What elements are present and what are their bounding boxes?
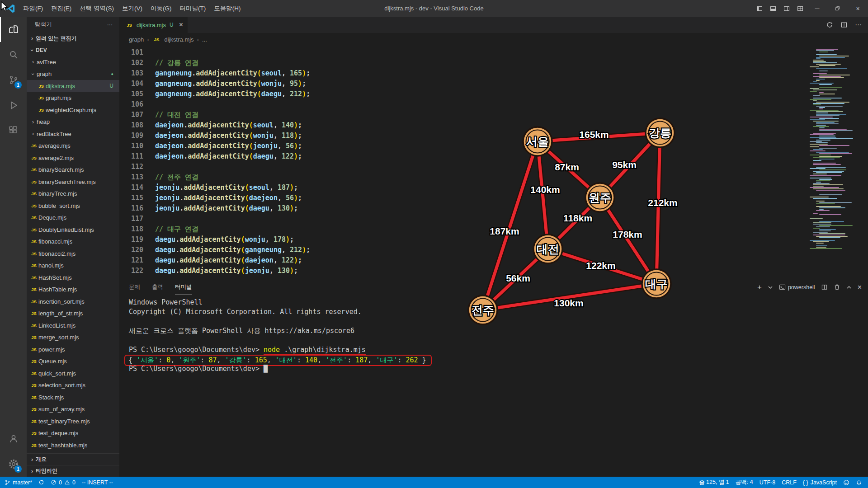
tree-file-merge_sort.mjs[interactable]: JSmerge_sort.mjs — [27, 332, 119, 344]
tree-file-Deque.mjs[interactable]: JSDeque.mjs — [27, 212, 119, 224]
tree-file-graph.mjs[interactable]: JSgraph.mjs — [27, 92, 119, 104]
tree-file-test_binaryTree.mjs[interactable]: JStest_binaryTree.mjs — [27, 415, 119, 427]
code-line-105[interactable]: gangneung.addAdjacentCity(daegu, 212); — [155, 89, 310, 99]
terminal-dropdown-icon[interactable] — [768, 285, 773, 290]
notifications-item[interactable] — [853, 477, 865, 488]
code-line-112[interactable] — [155, 162, 310, 172]
feedback-item[interactable] — [840, 477, 853, 488]
code-line-107[interactable]: // 대전 연결 — [155, 110, 310, 120]
code-line-114[interactable]: jeonju.addAdjacentCity(seoul, 187); — [155, 183, 310, 193]
open-editors-section[interactable]: › 열려 있는 편집기 — [27, 33, 119, 44]
tab-dijkstra[interactable]: JS dijkstra.mjs U × — [119, 17, 188, 33]
code-line-102[interactable]: // 강릉 연결 — [155, 58, 310, 68]
tree-folder-redBlackTree[interactable]: ›redBlackTree — [27, 128, 119, 140]
tree-file-DoublyLinkedList.mjs[interactable]: JSDoublyLinkedList.mjs — [27, 224, 119, 236]
tree-file-HashTable.mjs[interactable]: JSHashTable.mjs — [27, 284, 119, 296]
account-icon[interactable] — [0, 426, 27, 451]
maximize-panel-icon[interactable] — [846, 285, 852, 290]
indentation-item[interactable]: 공백: 4 — [732, 477, 756, 488]
code-line-103[interactable]: gangneung.addAdjacentCity(seoul, 165); — [155, 68, 310, 79]
tree-file-bubble_sort.mjs[interactable]: JSbubble_sort.mjs — [27, 200, 119, 212]
tree-file-fibonacci.mjs[interactable]: JSfibonacci.mjs — [27, 236, 119, 248]
code-line-118[interactable]: // 대구 연결 — [155, 224, 310, 235]
customize-layout-icon[interactable] — [793, 0, 807, 17]
tab-close-icon[interactable]: × — [179, 21, 183, 28]
language-mode-item[interactable]: { }JavaScript — [800, 477, 840, 488]
tree-file-dijkstra.mjs[interactable]: JSdijkstra.mjsU — [27, 80, 119, 92]
close-panel-icon[interactable]: × — [858, 283, 862, 291]
terminal-output[interactable]: Windows PowerShellCopyright (C) Microsof… — [119, 295, 868, 477]
workspace-root-section[interactable]: › DEV — [27, 44, 119, 56]
tree-file-insertion_sort.mjs[interactable]: JSinsertion_sort.mjs — [27, 296, 119, 308]
code-line-104[interactable]: gangneung.addAdjacentCity(wonju, 95); — [155, 79, 310, 89]
menu-edit[interactable]: 편집(E) — [47, 0, 75, 17]
views-more-actions-icon[interactable]: ⋯ — [107, 21, 113, 28]
timeline-section[interactable]: › 타임라인 — [27, 465, 119, 477]
close-window-button[interactable]: × — [848, 0, 868, 17]
tree-file-Stack.mjs[interactable]: JSStack.mjs — [27, 391, 119, 404]
tree-file-weightedGraph.mjs[interactable]: JSweightedGraph.mjs — [27, 104, 119, 116]
tree-folder-avlTree[interactable]: ›avlTree — [27, 56, 119, 68]
code-line-121[interactable]: daegu.addAdjacentCity(daejeon, 122); — [155, 255, 310, 266]
tree-file-binarySearch.mjs[interactable]: JSbinarySearch.mjs — [27, 164, 119, 176]
tree-file-average2.mjs[interactable]: JSaverage2.mjs — [27, 152, 119, 164]
tree-folder-graph[interactable]: ›graph● — [27, 68, 119, 80]
tree-file-test_deque.mjs[interactable]: JStest_deque.mjs — [27, 427, 119, 440]
tree-file-hanoi.mjs[interactable]: JShanoi.mjs — [27, 260, 119, 272]
source-control-icon[interactable]: 1 — [0, 67, 27, 93]
code-line-122[interactable]: daegu.addAdjacentCity(jeonju, 130); — [155, 266, 310, 276]
code-line-113[interactable]: // 전주 연결 — [155, 172, 310, 183]
tree-file-length_of_str.mjs[interactable]: JSlength_of_str.mjs — [27, 308, 119, 320]
tree-file-HashSet.mjs[interactable]: JSHashSet.mjs — [27, 272, 119, 284]
tab-terminal[interactable]: 터미널 — [175, 279, 192, 295]
menu-go[interactable]: 이동(G) — [146, 0, 176, 17]
code-line-116[interactable]: jeonju.addAdjacentCity(daegu, 130); — [155, 203, 310, 214]
tree-file-sum_of_array.mjs[interactable]: JSsum_of_array.mjs — [27, 404, 119, 416]
toggle-panel-icon[interactable] — [766, 0, 780, 17]
restore-button[interactable] — [827, 0, 848, 17]
tree-file-average.mjs[interactable]: JSaverage.mjs — [27, 140, 119, 152]
menu-help[interactable]: 도움말(H) — [210, 0, 245, 17]
run-debug-icon[interactable] — [0, 93, 27, 118]
terminal-instance[interactable]: powershell — [779, 284, 815, 291]
cursor-position-item[interactable]: 줄 125, 열 1 — [694, 477, 732, 488]
tree-file-Queue.mjs[interactable]: JSQueue.mjs — [27, 356, 119, 368]
code-line-109[interactable]: daejeon.addAdjacentCity(wonju, 118); — [155, 131, 310, 141]
tree-file-LinkedList.mjs[interactable]: JSLinkedList.mjs — [27, 319, 119, 332]
kill-terminal-icon[interactable] — [834, 284, 840, 291]
tree-file-binarySearchTree.mjs[interactable]: JSbinarySearchTree.mjs — [27, 176, 119, 188]
settings-gear-icon[interactable]: 1 — [0, 451, 27, 477]
split-editor-icon[interactable] — [840, 21, 848, 28]
tree-file-selection_sort.mjs[interactable]: JSselection_sort.mjs — [27, 380, 119, 392]
tree-folder-heap[interactable]: ›heap — [27, 116, 119, 128]
menu-selection[interactable]: 선택 영역(S) — [75, 0, 118, 17]
sync-changes-item[interactable] — [35, 477, 47, 488]
minimap[interactable] — [809, 47, 855, 255]
outline-section[interactable]: › 개요 — [27, 453, 119, 465]
code-line-120[interactable]: daegu.addAdjacentCity(gangneung, 212); — [155, 245, 310, 255]
git-branch-item[interactable]: master* — [0, 477, 35, 488]
new-terminal-icon[interactable]: + — [757, 283, 762, 292]
code-line-108[interactable]: daejeon.addAdjacentCity(seoul, 140); — [155, 120, 310, 131]
breadcrumb-symbol[interactable]: ... — [202, 36, 207, 43]
tree-file-quick_sort.mjs[interactable]: JSquick_sort.mjs — [27, 367, 119, 380]
tree-file-binaryTree.mjs[interactable]: JSbinaryTree.mjs — [27, 188, 119, 200]
code-line-117[interactable] — [155, 214, 310, 224]
tree-file-fibonacci2.mjs[interactable]: JSfibonacci2.mjs — [27, 248, 119, 260]
tree-file-power.mjs[interactable]: JSpower.mjs — [27, 343, 119, 356]
extensions-icon[interactable] — [0, 118, 27, 143]
code-line-111[interactable]: daejeon.addAdjacentCity(daegu, 122); — [155, 151, 310, 162]
minimize-button[interactable]: ─ — [807, 0, 827, 17]
code-editor[interactable]: 1011021031041051061071081091101111121131… — [119, 46, 868, 279]
menu-view[interactable]: 보기(V) — [118, 0, 146, 17]
explorer-icon[interactable] — [0, 17, 27, 42]
code-line-119[interactable]: daegu.addAdjacentCity(wonju, 178); — [155, 235, 310, 245]
tree-file-test_hashtable.mjs[interactable]: JStest_hashtable.mjs — [27, 439, 119, 451]
problems-item[interactable]: 0 0 — [47, 477, 79, 488]
menu-file[interactable]: 파일(F) — [19, 0, 47, 17]
sync-icon[interactable] — [826, 21, 833, 28]
tab-problems[interactable]: 문제 — [129, 279, 140, 295]
code-line-115[interactable]: jeonju.addAdjacentCity(daejeon, 56); — [155, 193, 310, 203]
more-actions-icon[interactable]: ⋯ — [855, 21, 862, 29]
split-terminal-icon[interactable] — [821, 284, 828, 291]
